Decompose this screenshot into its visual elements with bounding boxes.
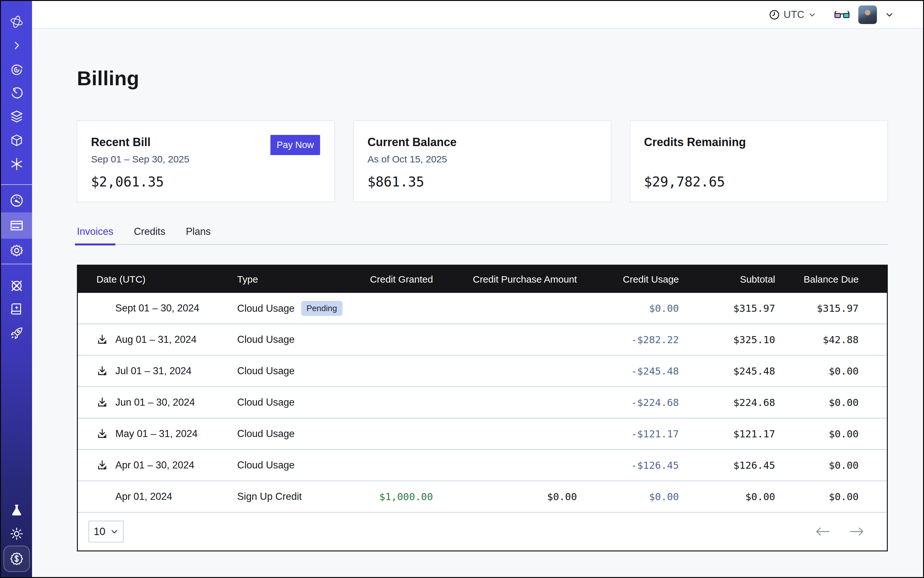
col-header-subtotal: Subtotal bbox=[679, 266, 775, 293]
sidebar-item-docs[interactable] bbox=[1, 298, 32, 321]
col-header-credit-granted: Credit Granted bbox=[346, 266, 433, 293]
balance-due-value: $0.00 bbox=[829, 491, 859, 502]
invoice-date: May 01 – 31, 2024 bbox=[115, 428, 198, 440]
balance-due-value: $0.00 bbox=[829, 428, 859, 440]
download-invoice-icon[interactable] bbox=[96, 397, 108, 408]
invoice-date: Jun 01 – 30, 2024 bbox=[115, 397, 195, 408]
subtotal-value: $245.48 bbox=[733, 365, 775, 377]
sidebar-item-usage[interactable] bbox=[1, 189, 32, 213]
theme-sun-icon bbox=[10, 527, 23, 541]
subtotal-value: $0.00 bbox=[745, 491, 775, 502]
balance-due-value: $42.88 bbox=[823, 334, 859, 346]
sidebar-item-credits[interactable] bbox=[3, 546, 30, 572]
credit-purchase-value: $0.00 bbox=[547, 491, 577, 502]
invoice-row: Aug 01 – 31, 2024Cloud Usage-$282.22$325… bbox=[78, 324, 887, 355]
sidebar-item-expand[interactable] bbox=[1, 34, 32, 57]
docs-book-icon bbox=[10, 303, 23, 316]
sidebar-item-settings[interactable] bbox=[1, 239, 32, 262]
page-title: Billing bbox=[77, 67, 888, 90]
pagination-bar: 10 bbox=[78, 512, 887, 550]
sidebar-item-observability[interactable] bbox=[1, 57, 32, 81]
invoice-type: Cloud Usage bbox=[237, 365, 294, 377]
balance-due-value: $315.97 bbox=[817, 302, 859, 314]
sidebar-divider bbox=[1, 184, 32, 185]
credit-usage-value: $0.00 bbox=[649, 491, 679, 502]
sidebar-item-labs[interactable] bbox=[1, 498, 32, 522]
sidebar-item-support[interactable] bbox=[1, 274, 32, 298]
invoice-type: Cloud Usage bbox=[237, 334, 294, 345]
invoice-type: Cloud Usage bbox=[237, 303, 294, 314]
page-size-value: 10 bbox=[94, 526, 106, 537]
next-page-button[interactable] bbox=[849, 526, 864, 537]
subtotal-value: $325.10 bbox=[733, 334, 775, 346]
download-invoice-icon[interactable] bbox=[96, 428, 108, 440]
credits-remaining-card: Credits Remaining $29,782.65 bbox=[630, 120, 888, 202]
balance-due-value: $0.00 bbox=[829, 397, 859, 408]
billing-tabs: Invoices Credits Plans bbox=[77, 226, 888, 245]
recent-bill-amount: $2,061.35 bbox=[91, 174, 320, 190]
sidebar-item-layers[interactable] bbox=[1, 105, 32, 128]
layers-icon bbox=[10, 110, 24, 124]
chevron-down-icon[interactable] bbox=[885, 11, 893, 19]
pay-now-button[interactable]: Pay Now bbox=[270, 135, 320, 155]
status-badge: Pending bbox=[301, 301, 343, 316]
card-subtitle bbox=[644, 154, 873, 166]
credit-usage-value: -$282.22 bbox=[631, 334, 679, 346]
sidebar-item-getting-started[interactable] bbox=[1, 321, 32, 345]
credits-badge-icon bbox=[9, 551, 24, 566]
glasses-icon[interactable] bbox=[834, 10, 850, 20]
timezone-label: UTC bbox=[784, 9, 804, 21]
helm-wheel-icon bbox=[10, 279, 24, 293]
subtotal-value: $121.17 bbox=[733, 428, 775, 440]
history-timer-icon bbox=[10, 86, 23, 100]
card-subtitle: Sep 01 – Sep 30, 2025 bbox=[91, 154, 320, 166]
sidebar-item-services[interactable] bbox=[1, 152, 32, 176]
settings-gear-icon bbox=[10, 244, 24, 258]
col-header-balance-due: Balance Due bbox=[775, 266, 887, 293]
invoice-type: Cloud Usage bbox=[237, 428, 294, 439]
tab-credits[interactable]: Credits bbox=[134, 226, 165, 244]
timezone-selector[interactable]: UTC bbox=[769, 9, 816, 21]
invoice-row: Apr 01, 2024Sign Up Credit$1,000.00$0.00… bbox=[78, 481, 887, 512]
subtotal-value: $315.97 bbox=[733, 302, 775, 314]
sidebar-item-billing[interactable] bbox=[1, 213, 32, 239]
card-subtitle: As of Oct 15, 2025 bbox=[367, 154, 596, 166]
credit-usage-value: $0.00 bbox=[649, 302, 679, 314]
prev-page-button[interactable] bbox=[815, 526, 830, 537]
usage-gauge-icon bbox=[10, 193, 24, 208]
card-title: Current Balance bbox=[367, 136, 596, 149]
invoice-date: Apr 01 – 30, 2024 bbox=[115, 459, 194, 471]
cube-icon bbox=[10, 134, 23, 147]
arrow-right-icon bbox=[849, 526, 864, 537]
table-header-row: Date (UTC) Type Credit Granted Credit Pu… bbox=[78, 266, 887, 293]
observe-eye-icon bbox=[10, 62, 23, 76]
credit-granted-value: $1,000.00 bbox=[379, 491, 433, 502]
invoice-row: Sept 01 – 30, 2024Cloud UsagePending$0.0… bbox=[78, 293, 887, 324]
top-bar: UTC bbox=[32, 1, 923, 29]
col-header-date: Date (UTC) bbox=[78, 266, 219, 293]
sidebar bbox=[1, 1, 32, 577]
orbit-logo-icon bbox=[9, 15, 24, 29]
flask-icon bbox=[10, 504, 23, 516]
balance-due-value: $0.00 bbox=[829, 459, 859, 471]
subtotal-value: $224.68 bbox=[733, 397, 775, 408]
billing-card-icon bbox=[9, 218, 24, 233]
asterisk-icon bbox=[10, 157, 23, 171]
sidebar-item-history[interactable] bbox=[1, 81, 32, 105]
sidebar-item-theme[interactable] bbox=[1, 522, 32, 546]
tab-plans[interactable]: Plans bbox=[186, 226, 211, 244]
download-invoice-icon[interactable] bbox=[96, 365, 108, 377]
download-invoice-icon[interactable] bbox=[96, 334, 108, 346]
invoice-date: Sept 01 – 30, 2024 bbox=[115, 302, 199, 314]
invoice-type: Cloud Usage bbox=[237, 397, 294, 408]
current-balance-amount: $861.35 bbox=[367, 174, 596, 190]
download-invoice-icon[interactable] bbox=[96, 459, 108, 471]
tab-invoices[interactable]: Invoices bbox=[77, 226, 114, 244]
sidebar-item-logo[interactable] bbox=[1, 10, 32, 34]
invoices-table: Date (UTC) Type Credit Granted Credit Pu… bbox=[77, 265, 888, 551]
sidebar-item-containers[interactable] bbox=[1, 128, 32, 152]
arrow-left-icon bbox=[815, 526, 830, 537]
user-avatar[interactable] bbox=[858, 5, 877, 24]
page-size-select[interactable]: 10 bbox=[88, 521, 123, 542]
card-title: Credits Remaining bbox=[644, 136, 873, 149]
